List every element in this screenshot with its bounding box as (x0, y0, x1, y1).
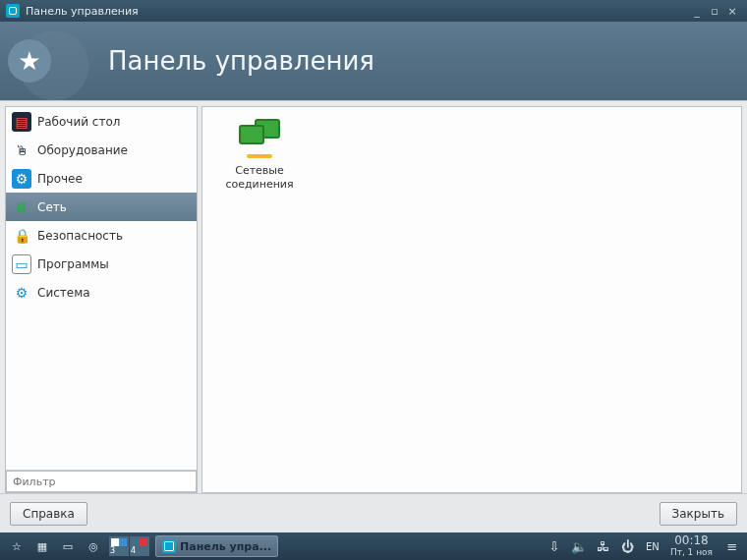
category-system[interactable]: ⚙ Система (6, 278, 197, 307)
category-label: Рабочий стол (37, 115, 120, 129)
usb-tray-icon[interactable]: ⏻ (618, 534, 638, 558)
workspace-switcher: 3 4 (109, 536, 149, 556)
taskbar-task-control-panel[interactable]: Панель упра... (155, 535, 278, 557)
module-label: Сетевые соединения (214, 164, 305, 192)
category-label: Сеть (37, 200, 67, 214)
category-network[interactable]: 🖥 Сеть (6, 193, 197, 221)
star-icon: ★ (8, 39, 51, 83)
filter-container (6, 470, 197, 493)
security-icon: 🔒 (12, 226, 31, 246)
category-desktop[interactable]: ▤ Рабочий стол (6, 107, 197, 136)
close-window-button[interactable]: × (723, 5, 741, 18)
taskbar: ☆ ▦ ▭ ◎ 3 4 Панель упра... ⇩ 🔈 🖧 ⏻ EN 00… (0, 532, 747, 560)
filter-input[interactable] (6, 471, 197, 492)
workspace-1[interactable]: 3 (109, 536, 129, 556)
activities-button[interactable]: ◎ (82, 534, 105, 558)
system-tray: ⇩ 🔈 🖧 ⏻ EN 00:18 Пт, 1 ноя ≡ (544, 534, 743, 558)
window-titlebar: Панель управления _ ▫ × (0, 0, 747, 22)
start-menu-button[interactable]: ☆ (5, 534, 29, 558)
desktop-icon: ▤ (12, 112, 31, 132)
show-widgets-button[interactable]: ▦ (30, 534, 54, 558)
clock[interactable]: 00:18 Пт, 1 ноя (670, 534, 713, 557)
show-desktop-button[interactable]: ▭ (56, 534, 80, 558)
programs-icon: ▭ (12, 254, 31, 274)
category-security[interactable]: 🔒 Безопасность (6, 221, 197, 250)
close-button[interactable]: Закрыть (660, 502, 737, 526)
keyboard-layout-indicator[interactable]: EN (643, 534, 662, 558)
network-tray-icon[interactable]: 🖧 (594, 534, 613, 558)
clock-date: Пт, 1 ноя (670, 548, 713, 558)
workspace-2[interactable]: 4 (130, 536, 149, 556)
category-other[interactable]: ⚙ Прочее (6, 164, 197, 193)
module-network-connections[interactable]: Сетевые соединения (210, 115, 309, 196)
module-grid: Сетевые соединения (201, 106, 742, 493)
network-connections-icon (239, 119, 280, 160)
category-label: Оборудование (37, 143, 128, 157)
maximize-button[interactable]: ▫ (706, 5, 723, 18)
task-app-icon (162, 539, 176, 553)
minimize-button[interactable]: _ (688, 5, 706, 18)
main-body: ▤ Рабочий стол 🖱 Оборудование ⚙ Прочее 🖥… (0, 100, 747, 493)
header-banner: ★ Панель управления (0, 22, 747, 100)
window-title: Панель управления (26, 5, 688, 18)
category-label: Прочее (37, 172, 83, 186)
help-button[interactable]: Справка (10, 502, 87, 526)
category-label: Программы (37, 257, 109, 271)
dialog-button-row: Справка Закрыть (0, 493, 747, 532)
system-icon: ⚙ (12, 283, 31, 303)
network-icon: 🖥 (12, 197, 31, 217)
task-label: Панель упра... (180, 540, 271, 553)
window-app-icon (6, 4, 20, 18)
volume-icon[interactable]: 🔈 (569, 534, 589, 558)
category-label: Система (37, 286, 90, 300)
category-sidebar: ▤ Рабочий стол 🖱 Оборудование ⚙ Прочее 🖥… (5, 106, 198, 493)
category-programs[interactable]: ▭ Программы (6, 250, 197, 278)
clock-time: 00:18 (670, 534, 713, 547)
tray-expand-icon[interactable]: ≡ (722, 534, 742, 558)
category-hardware[interactable]: 🖱 Оборудование (6, 136, 197, 164)
page-title: Панель управления (108, 46, 374, 76)
hardware-icon: 🖱 (12, 140, 31, 160)
category-list: ▤ Рабочий стол 🖱 Оборудование ⚙ Прочее 🖥… (6, 107, 197, 470)
category-label: Безопасность (37, 229, 123, 243)
removable-media-icon[interactable]: ⇩ (545, 534, 564, 558)
other-icon: ⚙ (12, 169, 31, 189)
